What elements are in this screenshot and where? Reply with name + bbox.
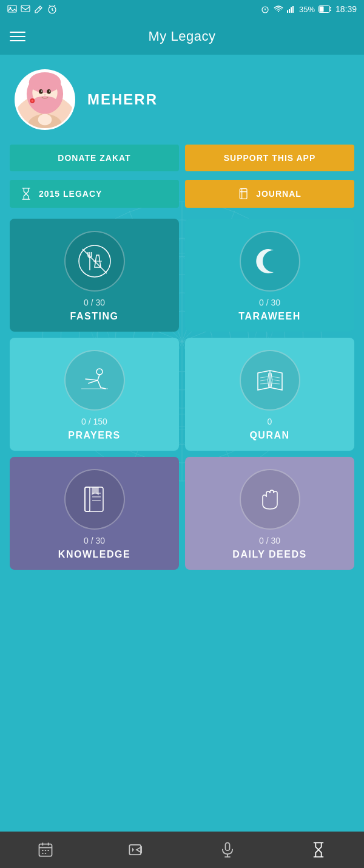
hourglass-icon (19, 187, 33, 200)
nav-calendar[interactable] (32, 836, 59, 863)
svg-point-43 (29, 72, 61, 93)
app-header: My Legacy (0, 18, 364, 55)
svg-point-60 (96, 369, 103, 375)
svg-point-49 (31, 100, 33, 102)
fasting-icon-circle (64, 231, 125, 292)
legacy-label: 2015 LEGACY (39, 189, 102, 199)
journal-label: JOURNAL (256, 189, 302, 199)
quran-label: QURAN (249, 430, 289, 441)
battery-icon (318, 5, 332, 13)
svg-marker-88 (132, 848, 134, 852)
quran-card[interactable]: 0 QURAN (185, 338, 354, 451)
svg-rect-2 (21, 5, 30, 12)
alarm-icon (47, 4, 57, 14)
taraweeh-count: 0 / 30 (259, 298, 280, 307)
svg-point-44 (39, 89, 43, 94)
prayer-icon (76, 362, 113, 398)
book-icon (76, 481, 113, 518)
daily-deeds-label: DAILY DEEDS (232, 549, 306, 560)
knowledge-icon-circle (64, 469, 125, 530)
svg-rect-11 (287, 10, 288, 13)
image-icon (7, 5, 17, 13)
message-icon (21, 5, 30, 13)
quran-icon (252, 362, 288, 398)
svg-line-68 (272, 383, 280, 384)
notification-icons (7, 4, 57, 14)
prayers-card[interactable]: 0 / 150 PRAYERS (10, 338, 179, 451)
menu-button[interactable] (10, 32, 25, 41)
hand-icon (252, 481, 288, 518)
hourglass-nav-icon (310, 841, 327, 858)
svg-rect-0 (8, 5, 16, 12)
nav-video[interactable] (123, 836, 150, 863)
signal-icon (287, 5, 295, 13)
prayers-count: 0 / 150 (81, 417, 107, 426)
quran-count: 0 (268, 417, 272, 426)
svg-line-64 (260, 380, 268, 381)
svg-point-45 (47, 89, 51, 94)
svg-rect-86 (129, 845, 141, 855)
avatar (15, 69, 75, 130)
cards-grid: 0 / 30 FASTING 0 / 30 TARAWEEH (0, 215, 364, 573)
legacy-journal-row: 2015 LEGACY JOURNAL (0, 176, 364, 215)
svg-rect-12 (289, 9, 290, 13)
taraweeh-label: TARAWEEH (238, 311, 300, 322)
svg-point-50 (38, 114, 52, 126)
fasting-count: 0 / 30 (84, 298, 105, 307)
main-content: MEHERR DONATE ZAKAT SUPPORT THIS APP 201… (0, 55, 364, 628)
prayers-label: PRAYERS (68, 430, 120, 441)
journal-icon (238, 187, 250, 200)
taraweeh-icon-circle (240, 231, 300, 292)
edit-icon (34, 4, 44, 14)
wifi-icon (274, 5, 283, 13)
knowledge-count: 0 / 30 (84, 536, 105, 545)
svg-point-47 (49, 91, 50, 92)
journal-button[interactable]: JOURNAL (185, 180, 354, 208)
profile-section: MEHERR (0, 55, 364, 140)
svg-point-46 (41, 91, 42, 92)
calendar-nav-icon (37, 841, 54, 858)
svg-line-8 (54, 5, 55, 7)
svg-rect-16 (319, 7, 323, 12)
donate-zakat-button[interactable]: DONATE ZAKAT (10, 145, 179, 171)
knowledge-label: KNOWLEDGE (58, 549, 130, 560)
legacy-button[interactable]: 2015 LEGACY (10, 180, 179, 208)
microphone-nav-icon (219, 841, 236, 858)
svg-line-7 (49, 5, 50, 7)
crescent-icon (252, 243, 288, 279)
fasting-label: FASTING (70, 311, 119, 322)
support-app-button[interactable]: SUPPORT THIS APP (185, 145, 354, 171)
action-buttons-row: DONATE ZAKAT SUPPORT THIS APP (0, 140, 364, 176)
username: MEHERR (87, 91, 158, 108)
daily-deeds-icon-circle (240, 469, 300, 530)
knowledge-card[interactable]: 0 / 30 KNOWLEDGE (10, 457, 179, 570)
fasting-card[interactable]: 0 / 30 FASTING (10, 219, 179, 332)
svg-line-63 (260, 377, 268, 378)
svg-rect-14 (292, 6, 294, 13)
svg-rect-70 (85, 487, 90, 511)
nav-legacy[interactable] (305, 836, 332, 863)
prayers-icon-circle (64, 350, 125, 411)
svg-line-67 (272, 380, 280, 381)
svg-rect-89 (226, 842, 230, 850)
svg-line-66 (272, 377, 280, 378)
status-bar: 35% 18:39 (0, 0, 364, 18)
daily-deeds-count: 0 / 30 (259, 536, 280, 545)
bottom-navigation (0, 832, 364, 868)
time-display: 18:39 (335, 4, 357, 14)
daily-deeds-card[interactable]: 0 / 30 DAILY DEEDS (185, 457, 354, 570)
taraweeh-card[interactable]: 0 / 30 TARAWEEH (185, 219, 354, 332)
battery-percent: 35% (299, 5, 315, 14)
svg-rect-13 (291, 7, 292, 13)
svg-rect-51 (240, 189, 247, 199)
app-title: My Legacy (149, 29, 216, 44)
svg-line-3 (39, 7, 41, 9)
svg-line-65 (260, 383, 268, 384)
quran-icon-circle (240, 350, 300, 411)
video-nav-icon (128, 841, 145, 858)
alarm-clock-status-icon (260, 4, 270, 14)
nav-microphone[interactable] (214, 836, 241, 863)
fasting-icon (76, 243, 113, 279)
